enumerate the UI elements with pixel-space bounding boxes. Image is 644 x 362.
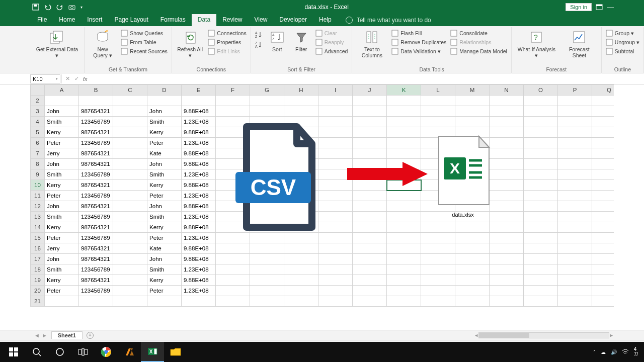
cell-D19[interactable]: Kerry: [147, 275, 182, 286]
cell-I19[interactable]: [318, 275, 353, 286]
cell-M3[interactable]: [455, 106, 490, 117]
tab-home[interactable]: Home: [53, 14, 81, 26]
cell-I16[interactable]: [318, 243, 353, 254]
cell-P2[interactable]: [558, 96, 592, 106]
cell-Q16[interactable]: [592, 243, 614, 254]
cell-K13[interactable]: [387, 212, 421, 222]
cell-N7[interactable]: [490, 148, 524, 159]
cell-G14[interactable]: [250, 222, 284, 233]
cell-E3[interactable]: 9.88E+08: [182, 106, 216, 117]
cell-C14[interactable]: [113, 222, 147, 233]
cell-G17[interactable]: [250, 254, 284, 264]
cancel-icon[interactable]: ✕: [63, 75, 72, 82]
properties-button[interactable]: Properties: [207, 38, 247, 46]
cell-A6[interactable]: Peter: [45, 138, 79, 148]
cell-P9[interactable]: [558, 169, 592, 180]
cell-H6[interactable]: [284, 138, 318, 148]
cell-D3[interactable]: John: [147, 106, 182, 117]
explorer-icon[interactable]: [164, 342, 187, 362]
col-header-H[interactable]: H: [284, 85, 318, 96]
cell-K12[interactable]: [387, 201, 421, 212]
cell-D21[interactable]: [147, 296, 182, 307]
consolidate-button[interactable]: Consolidate: [449, 29, 508, 37]
group--button[interactable]: Group ▾: [605, 29, 640, 37]
cell-I8[interactable]: [318, 159, 353, 169]
cell-P17[interactable]: [558, 254, 592, 264]
cell-P13[interactable]: [558, 212, 592, 222]
excel-taskbar-icon[interactable]: X: [141, 342, 164, 362]
cell-B5[interactable]: 987654321: [79, 127, 113, 138]
name-box[interactable]: K10: [30, 74, 60, 83]
cell-A14[interactable]: Kerry: [45, 222, 79, 233]
cell-L19[interactable]: [421, 275, 455, 286]
cell-J4[interactable]: [353, 117, 387, 127]
cell-G15[interactable]: [250, 233, 284, 243]
cell-F20[interactable]: [216, 286, 250, 296]
cell-K2[interactable]: [387, 96, 421, 106]
cell-M4[interactable]: [455, 117, 490, 127]
row-header-16[interactable]: 16: [31, 243, 45, 254]
cell-Q8[interactable]: [592, 159, 614, 169]
winamp-icon[interactable]: [118, 342, 141, 362]
cell-M5[interactable]: [455, 127, 490, 138]
cell-J16[interactable]: [353, 243, 387, 254]
recent-sources-button[interactable]: Recent Sources: [120, 47, 169, 55]
cell-O13[interactable]: [524, 212, 558, 222]
cell-J3[interactable]: [353, 106, 387, 117]
cell-C17[interactable]: [113, 254, 147, 264]
cell-O15[interactable]: [524, 233, 558, 243]
cell-F6[interactable]: [216, 138, 250, 148]
cell-G9[interactable]: [250, 169, 284, 180]
cell-A20[interactable]: Peter: [45, 286, 79, 296]
cell-K10[interactable]: [387, 180, 421, 191]
sign-in-button[interactable]: Sign in: [566, 3, 592, 11]
wifi-icon[interactable]: [622, 349, 629, 355]
cell-H10[interactable]: [284, 180, 318, 191]
cell-H4[interactable]: [284, 117, 318, 127]
cell-I7[interactable]: [318, 148, 353, 159]
spreadsheet-grid[interactable]: ABCDEFGHIJKLMNOPQ23John987654321John9.88…: [30, 84, 614, 307]
cell-C4[interactable]: [113, 117, 147, 127]
cell-N5[interactable]: [490, 127, 524, 138]
sheet-prev-icon[interactable]: ◄: [34, 332, 40, 338]
cell-I4[interactable]: [318, 117, 353, 127]
row-header-6[interactable]: 6: [31, 138, 45, 148]
cell-J20[interactable]: [353, 286, 387, 296]
cell-I3[interactable]: [318, 106, 353, 117]
cell-N17[interactable]: [490, 254, 524, 264]
cell-N15[interactable]: [490, 233, 524, 243]
cell-G11[interactable]: [250, 191, 284, 201]
col-header-P[interactable]: P: [558, 85, 592, 96]
cell-L6[interactable]: [421, 138, 455, 148]
select-all-corner[interactable]: [31, 85, 45, 96]
minimize-icon[interactable]: —: [607, 3, 614, 11]
cell-G4[interactable]: [250, 117, 284, 127]
cell-C15[interactable]: [113, 233, 147, 243]
cell-K8[interactable]: [387, 159, 421, 169]
cell-N6[interactable]: [490, 138, 524, 148]
col-header-J[interactable]: J: [353, 85, 387, 96]
cell-J11[interactable]: [353, 191, 387, 201]
cell-F14[interactable]: [216, 222, 250, 233]
cell-J12[interactable]: [353, 201, 387, 212]
cell-B14[interactable]: 987654321: [79, 222, 113, 233]
cell-J14[interactable]: [353, 222, 387, 233]
tab-formulas[interactable]: Formulas: [154, 14, 192, 26]
cell-O17[interactable]: [524, 254, 558, 264]
cell-B19[interactable]: 987654321: [79, 275, 113, 286]
cell-N10[interactable]: [490, 180, 524, 191]
cell-M14[interactable]: [455, 222, 490, 233]
cell-M20[interactable]: [455, 286, 490, 296]
fx-icon[interactable]: fx: [81, 76, 90, 82]
cell-G19[interactable]: [250, 275, 284, 286]
cell-M12[interactable]: [455, 201, 490, 212]
cell-N14[interactable]: [490, 222, 524, 233]
cell-O10[interactable]: [524, 180, 558, 191]
cell-F12[interactable]: [216, 201, 250, 212]
cell-H12[interactable]: [284, 201, 318, 212]
cell-A12[interactable]: John: [45, 201, 79, 212]
cell-K11[interactable]: [387, 191, 421, 201]
cell-F13[interactable]: [216, 212, 250, 222]
cell-G6[interactable]: [250, 138, 284, 148]
cell-A19[interactable]: Kerry: [45, 275, 79, 286]
